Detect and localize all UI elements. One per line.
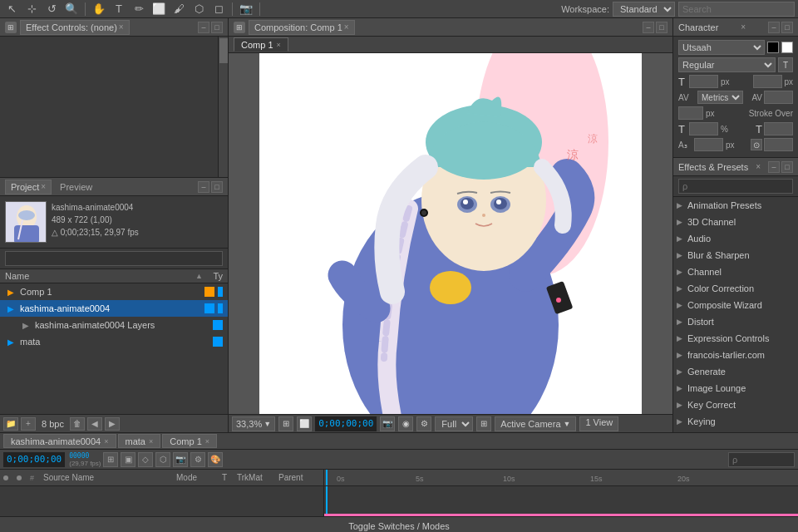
effect-list-item[interactable]: ▶Blur & Sharpen — [673, 247, 798, 264]
quality-select[interactable]: Full — [435, 416, 473, 431]
comp-tab[interactable]: Comp 1 × — [234, 37, 288, 52]
effect-list-item[interactable]: ▶Animation Presets — [673, 197, 798, 214]
tsu-btn[interactable]: ⊙ — [751, 139, 762, 150]
preview-tab[interactable]: Preview — [53, 181, 99, 193]
snapshot-btn[interactable]: 📷 — [380, 416, 395, 431]
comp-tab-close[interactable]: × — [277, 41, 281, 49]
effects-search-input[interactable] — [678, 179, 793, 194]
font-family-select[interactable]: Utsaah — [678, 40, 765, 55]
kerning-method-select[interactable]: Metrics — [697, 91, 743, 104]
camera-tool-icon[interactable]: 📷 — [238, 2, 254, 17]
size2-input[interactable]: 15 — [764, 122, 793, 135]
effects-minimize-btn[interactable]: – — [768, 161, 780, 173]
project-panel-minimize[interactable]: – — [198, 181, 209, 193]
trash-btn[interactable]: 🗑 — [70, 417, 85, 431]
project-tab-close[interactable]: × — [41, 182, 46, 191]
hand-tool-icon[interactable]: ✋ — [91, 2, 107, 17]
views-dropdown[interactable]: 1 View — [579, 416, 618, 431]
font-size-input[interactable]: 19 — [689, 75, 718, 88]
baseline-shift-input[interactable]: -28 — [694, 138, 723, 151]
timeline-search-input[interactable] — [728, 452, 795, 467]
project-tab[interactable]: Project × — [5, 180, 52, 195]
brush-tool-icon[interactable]: 🖌 — [170, 2, 187, 17]
tl-camera-btn[interactable]: 📷 — [173, 452, 188, 467]
effect-list-item[interactable]: ▶francois-tarlier.com — [673, 347, 798, 363]
effect-list-item[interactable]: ▶Distort — [673, 313, 798, 330]
eraser-tool-icon[interactable]: ◻ — [210, 2, 227, 17]
effect-list-item[interactable]: ▶Keying — [673, 413, 798, 430]
effect-controls-tab[interactable]: Effect Controls: (none) × — [20, 20, 130, 35]
effect-list-item[interactable]: ▶Image Lounge — [673, 380, 798, 397]
font-color-swatch[interactable] — [767, 42, 779, 53]
composition-tab-title[interactable]: Composition: Comp 1 × — [249, 20, 355, 35]
effects-close-btn[interactable]: × — [756, 162, 761, 171]
effect-list-item[interactable]: ▶Color Correction — [673, 280, 798, 297]
character-panel-close[interactable]: × — [741, 22, 746, 32]
char-minimize-btn[interactable]: – — [768, 22, 780, 33]
active-camera-dropdown[interactable]: Active Camera ▼ — [495, 416, 576, 431]
workspace-dropdown[interactable]: Standard — [613, 2, 675, 17]
list-item[interactable]: ▶ kashima-animate0004 Layers — [0, 317, 228, 333]
tl-solo-btn[interactable]: ⊞ — [103, 452, 118, 467]
region-btn[interactable]: ⬜ — [297, 416, 312, 431]
effect-list-item[interactable]: ▶Composite Wizard — [673, 297, 798, 313]
effect-controls-close[interactable]: × — [119, 22, 124, 32]
timeline-tab-mata[interactable]: mata × — [118, 434, 161, 448]
panel-expand-btn[interactable]: □ — [211, 22, 223, 33]
new-item-btn[interactable]: + — [21, 417, 36, 431]
tracking2-input[interactable] — [764, 91, 793, 104]
comp-panel-minimize[interactable]: – — [643, 22, 654, 33]
comp-settings-btn[interactable]: ⚙ — [416, 416, 431, 431]
search-input[interactable] — [678, 2, 795, 17]
bold-italic-btn[interactable]: T — [778, 57, 793, 72]
tracking-input[interactable]: 0 — [753, 75, 782, 88]
char-expand-btn[interactable]: □ — [781, 22, 793, 33]
leading-input[interactable]: 0 — [678, 106, 703, 120]
comp-panel-expand[interactable]: □ — [656, 22, 667, 33]
tl-keyframe-btn[interactable]: ◇ — [138, 452, 153, 467]
timeline-tab2-close[interactable]: × — [149, 437, 153, 446]
list-item[interactable]: ▶ Comp 1 — [0, 283, 228, 300]
effect-list-item[interactable]: ▶Key Correct — [673, 397, 798, 413]
zoom-tool-icon[interactable]: 🔍 — [63, 2, 80, 17]
tsu-input[interactable]: 0 — [764, 138, 793, 151]
tl-effects-btn[interactable]: 🎨 — [208, 452, 223, 467]
stamp-tool-icon[interactable]: ⬡ — [190, 2, 207, 17]
tl-graph-btn[interactable]: ⬡ — [155, 452, 170, 467]
effect-list-item[interactable]: ▶Generate — [673, 363, 798, 380]
timeline-tab-kashima[interactable]: kashima-animate0004 × — [3, 434, 116, 448]
effect-controls-scrollbar[interactable] — [218, 37, 228, 177]
font-style-select[interactable]: Regular — [678, 57, 776, 72]
timeline-tab-comp1[interactable]: Comp 1 × — [162, 434, 217, 448]
project-search-input[interactable] — [5, 251, 223, 266]
composition-close[interactable]: × — [344, 22, 349, 32]
effects-expand-btn[interactable]: □ — [781, 161, 793, 173]
tl-render-btn[interactable]: ▣ — [121, 452, 135, 467]
text-tool-icon[interactable]: T — [111, 2, 127, 17]
magnification-dropdown[interactable]: 33,3% ▼ — [232, 416, 275, 431]
pen-tool-icon[interactable]: ✏ — [131, 2, 147, 17]
resolution-btn[interactable]: ⊞ — [278, 416, 293, 431]
select-tool-icon[interactable]: ⊹ — [23, 2, 40, 17]
effect-list-item[interactable]: ▶Expression Controls — [673, 330, 798, 347]
timeline-tab3-close[interactable]: × — [205, 437, 209, 446]
size-percent-input[interactable]: 92 — [689, 122, 718, 135]
effect-list-item[interactable]: ▶Channel — [673, 264, 798, 280]
stroke-color-swatch[interactable] — [781, 42, 793, 53]
arrow-tool-icon[interactable]: ↖ — [3, 2, 20, 17]
effect-list-item[interactable]: ▶Audio — [673, 230, 798, 247]
timeline-timecode[interactable]: 0;00;00;00 — [3, 452, 65, 467]
panel-minimize-btn[interactable]: – — [198, 22, 209, 33]
tl-settings-btn[interactable]: ⚙ — [190, 452, 205, 467]
comp-timecode[interactable]: 0;00;00;00 — [315, 416, 377, 431]
project-panel-expand[interactable]: □ — [211, 181, 223, 193]
prev-btn[interactable]: ◀ — [87, 417, 102, 431]
timeline-tab1-close[interactable]: × — [104, 437, 108, 446]
effect-list-item[interactable]: ▶3D Channel — [673, 214, 798, 230]
rotate-tool-icon[interactable]: ↺ — [43, 2, 60, 17]
list-item[interactable]: ▶ kashima-animate0004 — [0, 300, 228, 317]
new-folder-btn[interactable]: 📁 — [3, 417, 18, 431]
color-btn[interactable]: ◉ — [398, 416, 413, 431]
shape-tool-icon[interactable]: ⬜ — [150, 2, 167, 17]
next-btn[interactable]: ▶ — [105, 417, 120, 431]
